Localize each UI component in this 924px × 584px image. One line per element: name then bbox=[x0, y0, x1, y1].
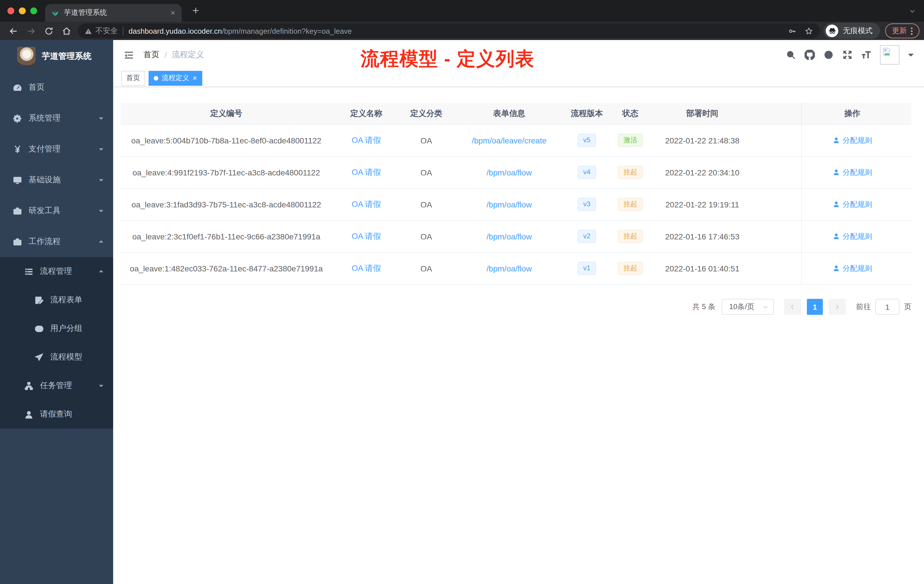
tag-home[interactable]: 首页 bbox=[121, 71, 145, 86]
back-button[interactable] bbox=[5, 23, 22, 38]
sidebar-item-system-management[interactable]: 系统管理 bbox=[0, 103, 113, 134]
status-badge: 挂起 bbox=[618, 166, 643, 179]
sidebar-item-workflow[interactable]: 工作流程 bbox=[0, 226, 113, 257]
app-logo[interactable]: 芋道管理系统 bbox=[0, 40, 113, 72]
version-badge: v2 bbox=[578, 230, 596, 243]
reload-button[interactable] bbox=[40, 23, 58, 38]
question-icon[interactable] bbox=[823, 50, 834, 60]
tab-title: 芋道管理系统 bbox=[64, 8, 165, 18]
sidebar-item-home[interactable]: 首页 bbox=[0, 72, 113, 103]
form-link[interactable]: /bpm/oa/flow bbox=[487, 200, 532, 209]
search-icon[interactable] bbox=[786, 50, 796, 60]
form-link[interactable]: /bpm/oa/flow bbox=[487, 168, 532, 177]
version-badge: v5 bbox=[578, 134, 596, 147]
url-host: dashboard.yudao.iocoder.cn bbox=[129, 26, 222, 35]
definition-name-link[interactable]: OA 请假 bbox=[352, 167, 381, 177]
sidebar-item-dev-tools[interactable]: 研发工具 bbox=[0, 195, 113, 226]
avatar[interactable] bbox=[880, 45, 899, 64]
sidebar-item-infrastructure[interactable]: 基础设施 bbox=[0, 165, 113, 195]
url-path: /bpm/manager/definition?key=oa_leave bbox=[222, 26, 352, 35]
definition-category: OA bbox=[421, 168, 432, 177]
definition-name-link[interactable]: OA 请假 bbox=[352, 231, 381, 241]
definition-name-link[interactable]: OA 请假 bbox=[352, 135, 381, 145]
version-badge: v3 bbox=[578, 198, 596, 211]
not-secure-warning-icon bbox=[84, 27, 96, 35]
sidebar-item-process-model[interactable]: 流程模型 bbox=[0, 343, 113, 371]
zoom-window-button[interactable] bbox=[30, 7, 37, 14]
definition-name-link[interactable]: OA 请假 bbox=[352, 199, 381, 210]
tag-close-icon[interactable]: × bbox=[193, 74, 197, 82]
assign-rule-link[interactable]: 分配规则 bbox=[832, 135, 872, 145]
deploy-time: 2022-01-16 01:40:51 bbox=[665, 264, 739, 273]
app-title: 芋道管理系统 bbox=[42, 51, 91, 61]
form-link[interactable]: /bpm/oa/leave/create bbox=[472, 136, 546, 145]
definition-name-link[interactable]: OA 请假 bbox=[352, 263, 381, 274]
pagination-total: 共 5 条 bbox=[692, 302, 715, 312]
table-row: oa_leave:5:004b710b-7b8a-11ec-8ef0-acde4… bbox=[120, 125, 911, 157]
update-browser-button[interactable]: 更新 bbox=[885, 23, 919, 38]
person-icon bbox=[832, 233, 840, 240]
browser-menu-icon[interactable] bbox=[911, 27, 912, 35]
incognito-badge: 无痕模式 bbox=[823, 23, 880, 39]
home-button[interactable] bbox=[58, 23, 76, 38]
deploy-time: 2022-01-22 19:19:11 bbox=[665, 200, 739, 209]
definition-category: OA bbox=[421, 136, 432, 145]
paper-plane-icon bbox=[34, 352, 44, 362]
new-tab-button[interactable] bbox=[191, 6, 201, 15]
browser-tab[interactable]: 芋道管理系统 bbox=[45, 4, 182, 22]
address-bar[interactable]: 不安全 dashboard.yudao.iocoder.cn/bpm/manag… bbox=[78, 23, 820, 38]
tab-search-chevron-icon[interactable] bbox=[909, 7, 916, 15]
fullscreen-icon[interactable] bbox=[842, 50, 853, 60]
chevron-down-icon bbox=[98, 208, 105, 214]
sidebar-item-task-management[interactable]: 任务管理 bbox=[0, 371, 113, 400]
sidebar-item-process-form[interactable]: 流程表单 bbox=[0, 286, 113, 314]
close-window-button[interactable] bbox=[7, 7, 14, 14]
sidebar-menu: 首页系统管理支付管理基础设施研发工具工作流程流程管理流程表单用户分组流程模型任务… bbox=[0, 72, 113, 429]
prev-page-button[interactable] bbox=[784, 299, 801, 315]
yen-icon bbox=[13, 144, 22, 154]
bookmark-star-icon[interactable] bbox=[805, 26, 813, 35]
key-icon[interactable] bbox=[788, 26, 797, 35]
form-link[interactable]: /bpm/oa/flow bbox=[487, 232, 532, 241]
page-number-1[interactable]: 1 bbox=[807, 299, 823, 315]
forward-button[interactable] bbox=[22, 23, 40, 38]
deploy-time: 2022-01-22 21:48:38 bbox=[665, 136, 739, 145]
chevron-up-icon bbox=[98, 268, 105, 275]
page-size-select[interactable]: 10条/页 bbox=[722, 299, 774, 315]
assign-rule-link[interactable]: 分配规则 bbox=[832, 263, 872, 274]
active-tag-dot bbox=[154, 76, 158, 80]
github-icon[interactable] bbox=[805, 50, 815, 60]
deploy-time: 2022-01-16 17:46:53 bbox=[665, 232, 739, 241]
sidebar-item-process-management[interactable]: 流程管理 bbox=[0, 257, 113, 286]
sidebar-item-leave-query[interactable]: 请假查询 bbox=[0, 400, 113, 429]
goto-page-input[interactable] bbox=[875, 299, 899, 315]
person-icon bbox=[832, 137, 840, 144]
form-link[interactable]: /bpm/oa/flow bbox=[487, 264, 532, 273]
sidebar-item-payment-management[interactable]: 支付管理 bbox=[0, 134, 113, 165]
list-icon bbox=[24, 267, 34, 276]
column-header: 表单信息 bbox=[452, 103, 566, 124]
avatar-caret-icon[interactable] bbox=[908, 54, 914, 59]
tag-process-definition[interactable]: 流程定义× bbox=[148, 71, 202, 86]
breadcrumb-home[interactable]: 首页 bbox=[144, 50, 159, 60]
hamburger-icon[interactable] bbox=[124, 49, 134, 60]
sidebar-item-user-group[interactable]: 用户分组 bbox=[0, 314, 113, 343]
next-page-button[interactable] bbox=[828, 299, 846, 315]
breadcrumb-current: 流程定义 bbox=[172, 50, 204, 60]
security-label[interactable]: 不安全 bbox=[96, 26, 118, 36]
status-badge: 激活 bbox=[618, 134, 643, 147]
minimize-window-button[interactable] bbox=[19, 7, 26, 14]
font-size-icon[interactable] bbox=[861, 50, 871, 60]
site-favicon-icon bbox=[51, 8, 59, 17]
page-unit-label: 页 bbox=[904, 302, 911, 312]
user-icon bbox=[24, 409, 34, 419]
assign-rule-link[interactable]: 分配规则 bbox=[832, 199, 872, 210]
assign-rule-link[interactable]: 分配规则 bbox=[832, 167, 872, 177]
update-label: 更新 bbox=[892, 26, 907, 36]
incognito-icon bbox=[826, 25, 838, 37]
tab-close-icon[interactable] bbox=[170, 10, 176, 16]
definition-category: OA bbox=[421, 264, 432, 273]
definition-category: OA bbox=[421, 232, 432, 241]
monitor-icon bbox=[13, 175, 22, 185]
assign-rule-link[interactable]: 分配规则 bbox=[832, 231, 872, 241]
